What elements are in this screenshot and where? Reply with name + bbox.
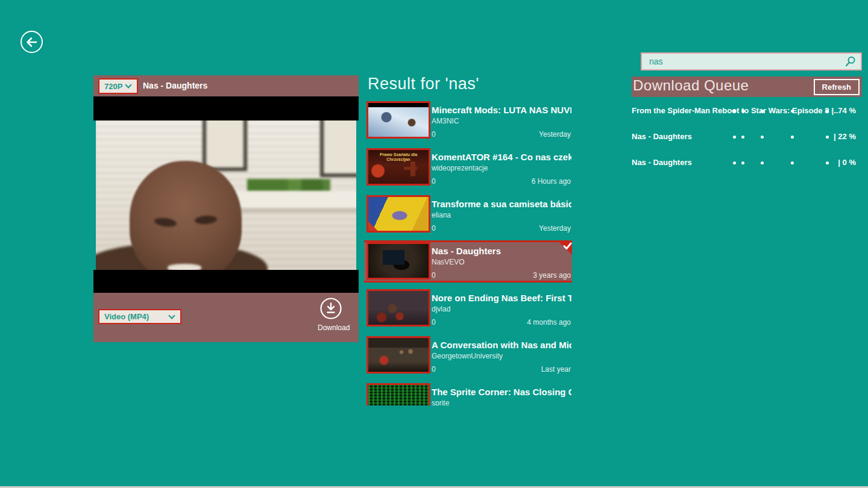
queue-item[interactable]: From the Spider-Man Reboot to Star Wars:… [632,106,862,119]
download-queue-title: Download Queue [633,77,749,94]
format-dropdown-value: Video (MP4) [99,312,169,321]
back-button[interactable] [20,31,43,53]
download-button[interactable]: Download [318,296,344,332]
video-thumbnail[interactable] [366,195,430,233]
result-view-count: 0 [432,365,436,374]
result-item[interactable]: The Sprite Corner: Nas Closing Conce... … [364,383,572,405]
result-age: 6 Hours ago [532,177,571,186]
video-thumbnail[interactable]: Prawo Szariatu dla Chrześcijan [366,148,430,186]
player-controls: Video (MP4) Download [93,293,359,342]
chevron-down-icon [125,81,131,88]
result-author: djvlad [432,305,571,313]
result-item-selected[interactable]: Nas - Daughters NasVEVO 0 3 years ago [364,242,572,281]
mouth [168,264,201,270]
letterbox-bottom [93,270,359,293]
video-thumbnail[interactable] [366,383,430,405]
format-dropdown[interactable]: Video (MP4) [98,309,181,324]
refresh-button[interactable]: Refresh [814,79,860,95]
search-icon[interactable] [844,56,856,67]
result-author: AM3NIC [432,117,571,125]
result-author: wideoprezentacje [432,164,571,172]
result-title: Nas - Daughters [432,246,571,256]
eye [194,215,217,225]
queue-item-title: Nas - Daughters [632,158,692,167]
download-button-label: Download [318,324,344,332]
queue-item-progress: | 0 % [838,158,856,167]
queue-item-title: Nas - Daughters [632,132,692,141]
selected-check-icon [563,242,572,252]
result-item[interactable]: Minecraft Mods: LUTA NAS NUVENS... AM3NI… [364,101,572,140]
result-title: Transforme a sua camiseta básica em... [432,199,571,209]
picture-frame [203,120,247,171]
eye [154,217,177,228]
queue-item-progress: |..74 % [832,106,857,115]
result-age: Yesterday [539,130,571,139]
video-frame[interactable] [96,120,356,270]
result-item[interactable]: Nore on Ending Nas Beef: First Thing... … [364,289,572,328]
result-author: sprite [432,399,571,405]
result-view-count: 0 [432,177,436,186]
result-author: eliana [432,211,571,219]
queue-item-title: From the Spider-Man Reboot to Star Wars:… [632,106,832,115]
video-thumbnail[interactable] [366,101,430,139]
result-view-count: 0 [432,318,436,327]
result-item[interactable]: Transforme a sua camiseta básica em... e… [364,195,572,234]
results-list: Minecraft Mods: LUTA NAS NUVENS... AM3NI… [364,101,572,405]
queue-item[interactable]: Nas - Daughters | 0 % [632,158,862,171]
result-item[interactable]: A Conversation with Nas and Michae... Ge… [364,336,572,375]
result-author: NasVEVO [432,258,571,266]
result-view-count: 0 [432,130,436,139]
result-author: GeorgetownUniversity [432,352,571,360]
video-thumbnail[interactable] [366,336,430,374]
results-header: Result for 'nas' [368,75,479,93]
player-video-title: Nas - Daughters [143,75,207,96]
back-arrow-icon [25,36,38,48]
result-item[interactable]: Prawo Szariatu dla Chrześcijan KomentATO… [364,148,572,187]
result-view-count: 0 [432,224,436,233]
search-input[interactable] [642,57,844,66]
queue-item-progress: | 22 % [834,132,856,141]
quality-dropdown-value: 720P [99,82,126,91]
queue-item[interactable]: Nas - Daughters | 22 % [632,132,862,145]
letterbox-top [93,96,359,120]
chevron-down-icon [168,312,175,319]
result-title: The Sprite Corner: Nas Closing Conce... [432,387,571,397]
result-title: A Conversation with Nas and Michae... [432,340,571,350]
video-player-panel: 720P Nas - Daughters Video (MP4) [93,75,359,342]
result-title: KomentATOR #164 - Co nas czeka [432,152,571,162]
video-thumbnail[interactable] [366,289,430,327]
player-header: 720P Nas - Daughters [93,75,359,96]
result-age: Yesterday [539,224,571,233]
search-box [641,52,862,70]
picture-frame [320,120,356,177]
result-title: Minecraft Mods: LUTA NAS NUVENS... [432,105,571,115]
quality-dropdown[interactable]: 720P [98,78,138,94]
result-age: Last year [541,365,571,374]
download-icon [319,296,343,321]
download-queue-header: Download Queue Refresh [632,77,862,97]
video-thumbnail[interactable] [366,242,430,280]
thumbnail-caption: Prawo Szariatu dla Chrześcijan [368,152,429,162]
result-title: Nore on Ending Nas Beef: First Thing... [432,293,571,303]
shelf [226,191,356,209]
result-age: 3 years ago [533,271,571,280]
result-view-count: 0 [432,271,436,280]
result-age: 4 months ago [527,318,571,327]
person-face [130,161,242,270]
